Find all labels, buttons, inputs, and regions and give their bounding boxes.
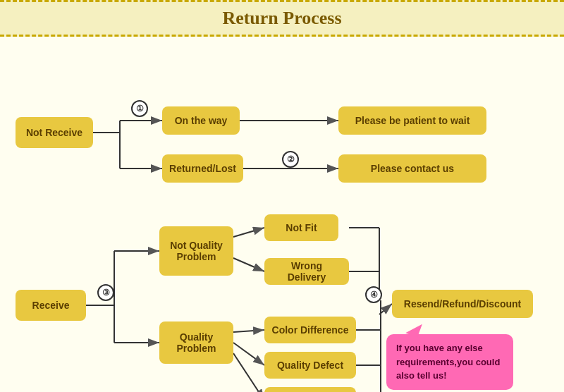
wrong-delivery-node: Wrong Delivery [264, 258, 349, 285]
damage-node: Damage [264, 387, 356, 392]
badge-4: ④ [365, 286, 382, 303]
on-the-way-node: On the way [162, 106, 240, 135]
quality-problem-node: Quality Problem [159, 321, 233, 364]
quality-defect-node: Quality Defect [264, 352, 356, 379]
badge-3: ③ [97, 284, 114, 301]
not-fit-node: Not Fit [264, 214, 338, 241]
returned-lost-node: Returned/Lost [162, 154, 243, 183]
resend-refund-node: Resend/Refund/Discount [392, 290, 533, 318]
badge-1: ① [131, 100, 148, 117]
page-title: Return Process [0, 8, 564, 29]
speech-bubble: If you have any else requirements,you co… [386, 334, 513, 390]
not-receive-node: Not Receive [16, 117, 93, 148]
svg-line-23 [379, 304, 392, 314]
page-header: Return Process [0, 0, 564, 37]
badge-2: ② [282, 151, 299, 168]
svg-line-12 [233, 258, 264, 271]
svg-line-11 [233, 228, 264, 237]
not-quality-node: Not Quality Problem [159, 226, 233, 276]
svg-line-15 [233, 353, 264, 392]
color-diff-node: Color Difference [264, 317, 356, 343]
svg-line-14 [233, 343, 264, 365]
contact-us-node: Please contact us [338, 154, 486, 183]
diagram-area: Not Receive On the way Returned/Lost Ple… [0, 39, 564, 392]
svg-line-13 [233, 330, 264, 332]
receive-node: Receive [16, 290, 86, 321]
patient-wait-node: Please be patient to wait [338, 106, 486, 135]
